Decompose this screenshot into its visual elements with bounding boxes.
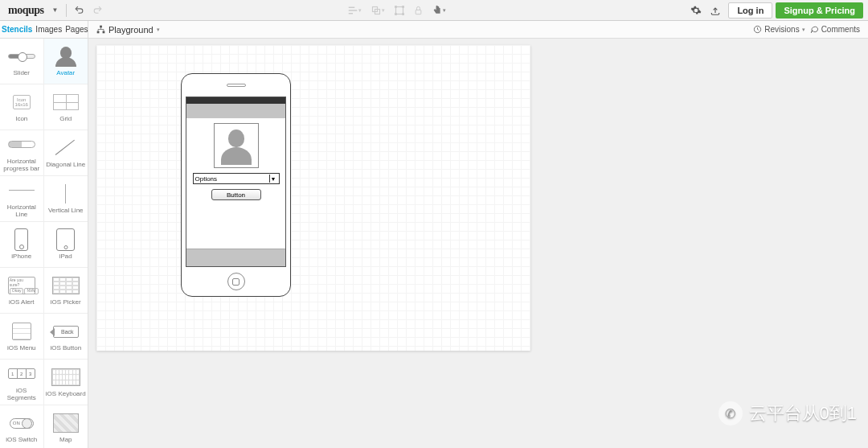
stencil-label: iOS Button: [50, 345, 81, 352]
svg-point-9: [402, 13, 403, 14]
svg-rect-12: [97, 31, 100, 34]
svg-point-7: [402, 6, 403, 7]
stencil-label: iOS Switch: [6, 437, 37, 444]
svg-rect-10: [416, 10, 421, 14]
arrange-icon[interactable]: ▾: [367, 6, 389, 15]
mock-footer: [186, 249, 285, 266]
comments-link[interactable]: Comments: [810, 25, 860, 34]
watermark-text: 云平台从0到1: [749, 401, 857, 425]
svg-rect-5: [395, 6, 403, 14]
page-name: Playground: [108, 25, 154, 35]
stencil-label: iOS Picker: [51, 299, 81, 306]
stencil-label: Slider: [14, 70, 30, 77]
svg-point-6: [395, 6, 396, 7]
tab-pages[interactable]: Pages: [63, 25, 89, 34]
left-panel-tabs: Stencils Images Pages: [0, 21, 88, 38]
separator: [66, 4, 67, 17]
chevron-down-icon: ▼: [269, 175, 277, 183]
align-icon[interactable]: ▾: [344, 6, 366, 15]
stencil-label: Horizontal Line: [2, 204, 42, 219]
tab-stencils[interactable]: Stencils: [0, 25, 34, 34]
phone-screen: Options ▼ Button: [186, 97, 286, 267]
stencil-horizontal-line[interactable]: Horizontal Line: [0, 176, 44, 222]
stencil-map[interactable]: Map: [44, 405, 88, 448]
mock-iphone[interactable]: Options ▼ Button: [181, 73, 291, 297]
svg-point-8: [395, 13, 396, 14]
stencil-label: Horizontal progress bar: [2, 158, 42, 173]
stencil-avatar[interactable]: Avatar: [44, 39, 88, 84]
stencil-label: Grid: [59, 116, 72, 123]
login-button[interactable]: Log in: [728, 2, 772, 18]
watermark: ✆ 云平台从0到1: [719, 401, 857, 425]
page-selector[interactable]: Playground ▾: [88, 25, 168, 35]
stencil-label: Icon: [15, 116, 27, 123]
stencil-ipad[interactable]: iPad: [44, 222, 88, 268]
subbar: Stencils Images Pages Playground ▾ Revis…: [0, 21, 868, 39]
stencil-iphone[interactable]: iPhone: [0, 222, 44, 268]
canvas[interactable]: Options ▼ Button ✆ 云平台从0到1: [88, 39, 868, 448]
hand-icon[interactable]: ▾: [428, 5, 450, 15]
stencil-vertical-line[interactable]: Vertical Line: [44, 176, 88, 222]
undo-icon[interactable]: [70, 5, 88, 15]
signup-button[interactable]: Signup & Pricing: [776, 2, 863, 18]
settings-icon[interactable]: [686, 5, 706, 16]
stencil-grid[interactable]: Grid: [44, 84, 88, 130]
lock-icon[interactable]: [410, 6, 427, 15]
history-icon: [753, 25, 762, 34]
mock-button[interactable]: Button: [211, 189, 261, 200]
logo[interactable]: moqups: [5, 4, 47, 17]
comment-icon: [810, 25, 819, 34]
tab-images[interactable]: Images: [34, 25, 63, 34]
comments-label: Comments: [821, 25, 860, 34]
stencil-ios-switch[interactable]: ONiOS Switch: [0, 405, 44, 448]
svg-rect-0: [349, 6, 355, 8]
group-icon[interactable]: [391, 6, 408, 15]
stencil-diagonal-line[interactable]: Diagonal Line: [44, 130, 88, 176]
svg-rect-11: [100, 26, 102, 28]
stencil-sidebar: Slider Avatar Icon16x16Icon Grid Horizon…: [0, 39, 88, 448]
stencil-ios-alert[interactable]: Are you sure?OkayNVMiOS Alert: [0, 268, 44, 314]
redo-icon[interactable]: [88, 5, 107, 15]
stencil-label: iOS Menu: [7, 345, 36, 352]
stencil-ios-picker[interactable]: iOS Picker: [44, 268, 88, 314]
stencil-ios-button[interactable]: BackiOS Button: [44, 314, 88, 360]
mock-select-label: Options: [195, 175, 218, 183]
svg-rect-1: [349, 10, 358, 11]
svg-rect-13: [103, 31, 105, 34]
phone-speaker: [227, 84, 246, 87]
page-paper[interactable]: Options ▼ Button: [96, 45, 530, 351]
wechat-icon: ✆: [719, 401, 743, 425]
stencil-label: iOS Alert: [9, 299, 35, 306]
mock-avatar[interactable]: [214, 123, 259, 168]
stencil-ios-keyboard[interactable]: iOS Keyboard: [44, 360, 88, 405]
sitemap-icon: [96, 25, 105, 34]
revisions-link[interactable]: Revisions ▾: [753, 25, 805, 34]
stencil-label: Avatar: [56, 70, 75, 77]
mock-statusbar: [186, 97, 285, 104]
main: Slider Avatar Icon16x16Icon Grid Horizon…: [0, 39, 868, 448]
stencil-label: iOS Keyboard: [46, 391, 86, 398]
mock-select[interactable]: Options ▼: [193, 173, 280, 184]
stencil-label: iPhone: [11, 253, 31, 261]
stencil-ios-segments[interactable]: 123iOS Segments: [0, 360, 44, 405]
stencil-label: Diagonal Line: [46, 162, 85, 169]
stencil-ios-menu[interactable]: iOS Menu: [0, 314, 44, 360]
logo-menu-caret[interactable]: ▼: [47, 6, 63, 14]
stencil-label: Vertical Line: [48, 208, 84, 215]
export-icon[interactable]: [706, 5, 725, 16]
revisions-label: Revisions: [764, 25, 799, 34]
mock-header: [186, 104, 285, 118]
stencil-label: iPad: [59, 253, 72, 261]
phone-home-button: [227, 273, 245, 290]
topbar: moqups ▼ ▾ ▾ ▾ Log in Signup & Pricing: [0, 0, 868, 21]
stencil-slider[interactable]: Slider: [0, 39, 44, 84]
stencil-hprogress[interactable]: Horizontal progress bar: [0, 130, 44, 176]
align-tools: ▾ ▾ ▾: [344, 5, 450, 15]
svg-rect-2: [349, 13, 353, 14]
stencil-icon[interactable]: Icon16x16Icon: [0, 84, 44, 130]
stencil-label: Map: [59, 437, 72, 444]
stencil-label: iOS Segments: [2, 388, 42, 402]
